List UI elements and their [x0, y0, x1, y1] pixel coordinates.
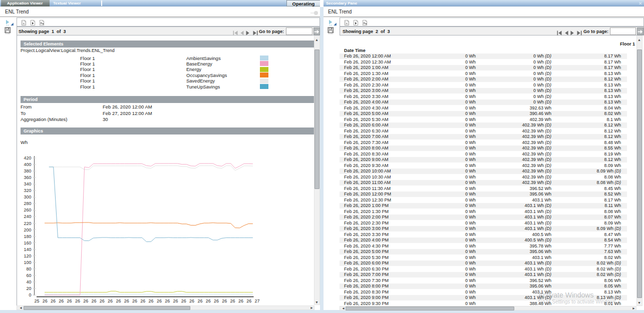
- svg-text:26: 26: [108, 298, 113, 304]
- svg-text:260: 260: [24, 208, 31, 212]
- svg-text:26: 26: [43, 298, 48, 304]
- svg-text:26: 26: [165, 298, 170, 304]
- svg-text:280: 280: [24, 201, 31, 206]
- svg-text:26: 26: [67, 298, 72, 304]
- svg-text:80: 80: [26, 266, 31, 272]
- svg-text:300: 300: [24, 194, 31, 200]
- svg-text:27: 27: [254, 298, 259, 304]
- svg-text:240: 240: [24, 214, 31, 219]
- svg-text:220: 220: [24, 221, 31, 226]
- svg-text:0: 0: [29, 292, 31, 298]
- svg-text:26: 26: [100, 298, 105, 304]
- svg-text:60: 60: [26, 273, 31, 278]
- svg-text:26: 26: [189, 298, 194, 304]
- svg-text:26: 26: [197, 298, 202, 304]
- svg-text:180: 180: [24, 234, 31, 239]
- svg-text:360: 360: [24, 175, 31, 180]
- svg-text:26: 26: [173, 298, 178, 304]
- svg-text:26: 26: [157, 298, 162, 304]
- svg-text:26: 26: [132, 298, 137, 304]
- svg-text:26: 26: [222, 298, 227, 304]
- svg-text:380: 380: [24, 168, 31, 174]
- svg-text:26: 26: [91, 298, 96, 304]
- svg-text:26: 26: [149, 298, 154, 304]
- svg-text:26: 26: [214, 298, 219, 304]
- svg-text:400: 400: [24, 162, 31, 167]
- svg-text:26: 26: [246, 298, 251, 304]
- svg-text:26: 26: [124, 298, 129, 304]
- svg-text:26: 26: [51, 298, 56, 304]
- svg-text:200: 200: [24, 228, 31, 232]
- svg-text:320: 320: [24, 188, 31, 193]
- svg-text:26: 26: [75, 298, 80, 304]
- svg-text:20: 20: [26, 286, 31, 291]
- svg-text:26: 26: [181, 298, 186, 304]
- svg-text:120: 120: [24, 254, 31, 258]
- svg-text:26: 26: [116, 298, 121, 304]
- svg-text:140: 140: [24, 247, 31, 252]
- svg-text:340: 340: [24, 182, 31, 186]
- svg-text:160: 160: [24, 240, 31, 246]
- svg-text:26: 26: [230, 298, 235, 304]
- svg-text:26: 26: [59, 298, 64, 304]
- svg-text:420: 420: [24, 156, 31, 160]
- svg-text:26: 26: [238, 298, 243, 304]
- svg-text:26: 26: [83, 298, 88, 304]
- svg-text:100: 100: [24, 260, 31, 265]
- svg-text:26: 26: [206, 298, 211, 304]
- svg-text:26: 26: [140, 298, 145, 304]
- svg-text:40: 40: [26, 280, 31, 284]
- svg-text:25: 25: [34, 298, 39, 304]
